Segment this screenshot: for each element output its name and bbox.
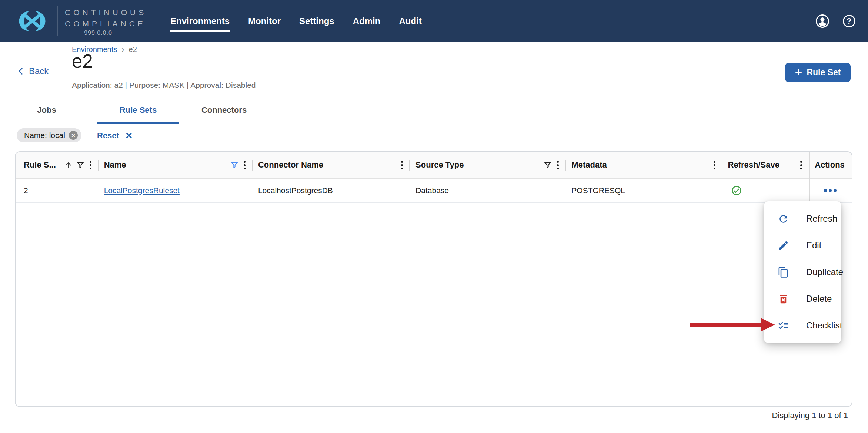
cell-rule-set-id: 2 <box>16 179 98 202</box>
row-actions-menu-button[interactable] <box>822 187 838 194</box>
column-label: Name <box>104 160 126 170</box>
navbar-right-icons: ? <box>815 0 856 42</box>
nav-item-admin[interactable]: Admin <box>353 16 381 26</box>
column-header-rule-set-id[interactable]: Rule S... <box>16 152 98 178</box>
breadcrumb-current: e2 <box>129 45 137 54</box>
column-label: Actions <box>815 160 845 170</box>
menu-item-label: Delete <box>806 294 832 304</box>
reset-close-icon: ✕ <box>125 130 133 141</box>
menu-item-refresh[interactable]: Refresh <box>764 205 841 232</box>
menu-item-delete[interactable]: Delete <box>764 285 841 312</box>
nav-item-environments[interactable]: Environments <box>170 16 230 26</box>
help-icon[interactable]: ? <box>842 14 856 28</box>
pagination-status: Displaying 1 to 1 of 1 <box>772 411 848 420</box>
active-tab-indicator <box>97 122 179 124</box>
column-menu-icon[interactable] <box>555 160 560 170</box>
column-header-metadata[interactable]: Metadata <box>565 152 722 178</box>
column-menu-icon[interactable] <box>712 160 717 170</box>
nav-item-settings[interactable]: Settings <box>299 16 334 26</box>
reset-label: Reset <box>97 131 119 141</box>
brand-text-block: CONTINUOUS COMPLIANCE 999.0.0.0 <box>65 6 147 36</box>
column-menu-icon[interactable] <box>88 160 93 170</box>
annotation-arrow-head <box>761 318 775 331</box>
column-header-connector-name[interactable]: Connector Name <box>252 152 410 178</box>
tab-jobs[interactable]: Jobs <box>22 105 71 115</box>
rule-sets-table: Rule S... Name Connector Name <box>15 151 852 407</box>
actions-column-border <box>809 152 810 203</box>
column-label: Connector Name <box>258 160 323 170</box>
column-menu-icon[interactable] <box>242 160 247 170</box>
cell-source-type: Database <box>410 179 565 202</box>
top-navbar: CONTINUOUS COMPLIANCE 999.0.0.0 Environm… <box>0 0 868 42</box>
column-menu-icon[interactable] <box>799 160 804 170</box>
column-header-source-type[interactable]: Source Type <box>410 152 565 178</box>
cell-refresh-save <box>722 179 809 202</box>
cell-connector-name: LocalhostPostgresDB <box>252 179 410 202</box>
filter-chip-name-local[interactable]: Name: local ✕ <box>17 128 81 142</box>
checklist-icon <box>778 320 789 331</box>
cell-actions <box>809 179 852 202</box>
menu-item-duplicate[interactable]: Duplicate <box>764 259 841 285</box>
menu-item-label: Duplicate <box>806 267 843 277</box>
menu-item-label: Refresh <box>806 214 837 224</box>
add-rule-set-label: Rule Set <box>807 67 841 77</box>
column-menu-icon[interactable] <box>400 160 404 170</box>
add-rule-set-button[interactable]: + Rule Set <box>785 63 851 82</box>
page-title: e2 <box>72 50 93 72</box>
menu-item-checklist[interactable]: Checklist <box>764 312 841 339</box>
table-header-row: Rule S... Name Connector Name <box>16 152 852 179</box>
edit-icon <box>778 240 789 251</box>
tab-rule-sets[interactable]: Rule Sets <box>97 105 179 115</box>
column-label: Source Type <box>415 160 464 170</box>
success-check-circle-icon <box>731 185 742 196</box>
cell-name: LocalPostgresRuleset <box>98 179 252 202</box>
column-label: Refresh/Save <box>728 160 779 170</box>
menu-item-label: Edit <box>806 240 821 251</box>
column-label: Metadata <box>571 160 607 170</box>
chevron-left-icon <box>16 66 26 76</box>
breadcrumb-separator-icon: › <box>121 46 124 53</box>
brand-logo: CONTINUOUS COMPLIANCE 999.0.0.0 <box>17 0 147 42</box>
column-label: Rule S... <box>24 160 56 170</box>
column-header-refresh-save[interactable]: Refresh/Save <box>722 152 809 178</box>
delphix-logo-icon <box>17 7 48 35</box>
reset-filters-button[interactable]: Reset ✕ <box>97 130 133 141</box>
plus-icon: + <box>795 65 802 79</box>
brand-line1: CONTINUOUS <box>65 6 147 17</box>
title-divider <box>67 56 67 95</box>
actions-dropdown-menu: Refresh Edit Duplicate Delete Checklist <box>764 201 841 343</box>
chip-close-icon[interactable]: ✕ <box>69 131 78 140</box>
menu-item-label: Checklist <box>806 320 842 331</box>
logo-divider <box>57 6 58 36</box>
sort-asc-icon[interactable] <box>64 161 73 169</box>
duplicate-icon <box>778 267 789 278</box>
tab-connectors[interactable]: Connectors <box>187 105 261 115</box>
back-button[interactable]: Back <box>16 66 49 76</box>
rule-set-link[interactable]: LocalPostgresRuleset <box>104 186 180 195</box>
brand-line2: COMPLIANCE <box>65 17 147 29</box>
table-row: 2 LocalPostgresRuleset LocalhostPostgres… <box>16 179 852 203</box>
column-header-actions: Actions <box>809 152 852 178</box>
delete-icon <box>778 293 789 305</box>
annotation-arrow-line <box>690 323 762 327</box>
nav-item-audit[interactable]: Audit <box>399 16 421 26</box>
app-version: 999.0.0.0 <box>65 30 131 36</box>
refresh-icon <box>778 213 789 225</box>
cell-metadata: POSTGRESQL <box>565 179 722 202</box>
page-subtitle: Application: a2 | Purpose: MASK | Approv… <box>72 81 256 90</box>
main-nav: Environments Monitor Settings Admin Audi… <box>170 0 422 42</box>
filter-active-icon[interactable] <box>230 161 239 169</box>
nav-item-monitor[interactable]: Monitor <box>248 16 281 26</box>
filter-icon[interactable] <box>543 161 552 169</box>
column-header-name[interactable]: Name <box>98 152 252 178</box>
filter-chip-label: Name: local <box>24 131 65 140</box>
menu-item-edit[interactable]: Edit <box>764 232 841 259</box>
user-avatar-icon[interactable] <box>815 14 829 28</box>
filter-icon[interactable] <box>76 161 85 169</box>
help-glyph: ? <box>843 15 855 27</box>
back-label: Back <box>29 66 49 76</box>
